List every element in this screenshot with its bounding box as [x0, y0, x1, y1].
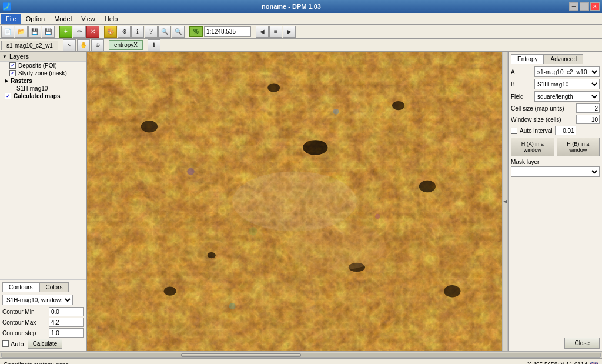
menu-model[interactable]: Model: [49, 14, 76, 24]
delete-button[interactable]: ✕: [86, 26, 99, 38]
layer-checkbox-calc[interactable]: [5, 93, 11, 99]
select-tool[interactable]: ↖: [63, 39, 76, 51]
toolbar-main: 📄 📂 💾 💾 + ✏ ✕ 🎨 ⚙ ℹ ? 🔍 🔍 % ◀ ≡ ▶: [0, 25, 602, 39]
scroll-thumb-h[interactable]: [181, 353, 301, 357]
ha-button[interactable]: H (A) in a window: [511, 138, 554, 156]
nav-list-button[interactable]: ≡: [269, 26, 282, 38]
layer-checkbox-deposits[interactable]: [9, 62, 16, 69]
auto-interval-label: Auto interval: [520, 128, 553, 134]
contour-step-row: Contour step: [2, 328, 84, 338]
mask-layer-dropdown[interactable]: [511, 166, 600, 177]
new-button[interactable]: 📄: [1, 26, 14, 38]
coordinates-display: X 495.5658; Y 11.6114: [527, 362, 587, 364]
map-area[interactable]: [87, 52, 502, 351]
layer-label-s1h: S1H-mag10: [16, 85, 48, 92]
menu-view[interactable]: View: [76, 14, 100, 24]
window-size-input[interactable]: [576, 115, 600, 124]
auto-checkbox[interactable]: [2, 340, 9, 347]
auto-row: Auto Calculate: [2, 339, 84, 349]
svg-point-19: [229, 303, 236, 309]
entropy-tabs: Entropy Advanced: [511, 54, 600, 64]
toolbar-secondary: s1-mag10_c2_w1 ↖ ✋ ⊕ entropyX ℹ: [0, 39, 602, 52]
contour-min-input[interactable]: [49, 307, 84, 316]
contour-max-label: Contour Max: [2, 319, 36, 326]
layer-item-s1h[interactable]: S1H-mag10: [0, 85, 86, 92]
app-icon: 🗾: [2, 2, 11, 11]
scrollbar-horizontal[interactable]: [0, 351, 602, 358]
tab-colors[interactable]: Colors: [39, 282, 69, 292]
contour-layer-dropdown[interactable]: S1H-mag10, window:10, ...: [2, 295, 73, 305]
map-svg: [87, 52, 502, 351]
zoom-in-button[interactable]: 🔍: [158, 26, 171, 38]
save-as-button[interactable]: 💾: [42, 26, 55, 38]
entropy-b-row: B S1H-mag10: [511, 79, 600, 89]
contours-tabs: Contours Colors: [2, 282, 84, 292]
calculate-button[interactable]: Calculate: [28, 339, 63, 349]
contours-panel: Contours Colors S1H-mag10, window:10, ..…: [0, 279, 86, 351]
layers-section: ▼ Layers Deposits (POI) Stydy zone (mask…: [0, 52, 86, 279]
auto-label: Auto: [11, 340, 24, 348]
add-button[interactable]: +: [59, 26, 72, 38]
layer-tab[interactable]: s1-mag10_c2_w1: [1, 41, 58, 50]
layer-item-deposits[interactable]: Deposits (POI): [0, 62, 86, 69]
toolbar-file-group: 📄 📂 💾 💾: [1, 26, 55, 38]
color-button[interactable]: 🎨: [104, 26, 117, 38]
hb-button[interactable]: H (B) in a window: [557, 138, 600, 156]
layer-group-calc[interactable]: Calculated maps: [0, 92, 86, 100]
layer-group-rasters[interactable]: ▶ Rasters: [0, 77, 86, 85]
menu-file[interactable]: File: [1, 14, 21, 24]
layer-label-deposits: Deposits (POI): [18, 62, 57, 69]
entropy-b-dropdown[interactable]: S1H-mag10: [534, 79, 600, 89]
left-panel: ▼ Layers Deposits (POI) Stydy zone (mask…: [0, 52, 87, 351]
tab-contours[interactable]: Contours: [2, 282, 39, 292]
collapse-icon: ◀: [503, 199, 507, 204]
zoom-input[interactable]: [204, 26, 251, 37]
entropy-a-dropdown[interactable]: s1-mag10_c2_w10: [534, 66, 600, 77]
entropy-field-dropdown[interactable]: square/length: [534, 91, 600, 102]
contour-max-row: Contour Max: [2, 318, 84, 327]
open-button[interactable]: 📂: [15, 26, 28, 38]
contour-max-input[interactable]: [49, 318, 84, 327]
cell-size-row: Cell size (map units): [511, 103, 600, 113]
settings-button[interactable]: ⚙: [118, 26, 131, 38]
pan-tool[interactable]: ✋: [77, 39, 90, 51]
auto-interval-row: Auto interval: [511, 126, 600, 135]
map-canvas: [87, 52, 502, 351]
svg-point-15: [187, 168, 194, 175]
info-tool[interactable]: ℹ: [148, 39, 160, 51]
menu-option[interactable]: Option: [21, 14, 49, 24]
cell-size-input[interactable]: [576, 103, 600, 113]
prev-button[interactable]: ◀: [256, 26, 269, 38]
auto-interval-checkbox[interactable]: [511, 128, 517, 134]
menu-help[interactable]: Help: [100, 14, 123, 24]
close-button[interactable]: ✕: [590, 2, 600, 11]
tab-advanced[interactable]: Advanced: [544, 54, 583, 64]
layer-item-study[interactable]: Stydy zone (mask): [0, 69, 86, 77]
maximize-button[interactable]: □: [580, 2, 589, 11]
minimize-button[interactable]: ─: [569, 2, 578, 11]
tab-entropy[interactable]: Entropy: [511, 54, 544, 64]
zoom-tool[interactable]: ⊕: [91, 39, 104, 51]
edit-button[interactable]: ✏: [73, 26, 86, 38]
save-button[interactable]: 💾: [28, 26, 41, 38]
next-button[interactable]: ▶: [283, 26, 296, 38]
help-tool-button[interactable]: ?: [145, 26, 158, 38]
layer-checkbox-study[interactable]: [9, 70, 16, 76]
rasters-expand-icon: ▶: [5, 78, 8, 84]
zoom-label: %: [189, 26, 203, 37]
close-panel-button[interactable]: Close: [564, 338, 600, 349]
layer-label-rasters: Rasters: [11, 78, 32, 84]
entropy-tab[interactable]: entropyX: [109, 40, 143, 50]
layers-header[interactable]: ▼ Layers: [0, 52, 86, 62]
menu-bar: File Option Model View Help: [0, 13, 602, 25]
entropy-a-label: A: [511, 69, 534, 75]
window-title: noname - DPM 1.03: [259, 3, 321, 10]
contour-step-input[interactable]: [49, 328, 84, 338]
collapse-handle[interactable]: ◀: [502, 52, 508, 351]
zoom-out-button[interactable]: 🔍: [172, 26, 185, 38]
info-button[interactable]: ℹ: [131, 26, 144, 38]
auto-interval-input[interactable]: [555, 126, 576, 135]
svg-point-17: [249, 227, 257, 236]
scroll-track-h[interactable]: [1, 353, 601, 358]
window-size-label: Window size (cells): [511, 116, 561, 123]
